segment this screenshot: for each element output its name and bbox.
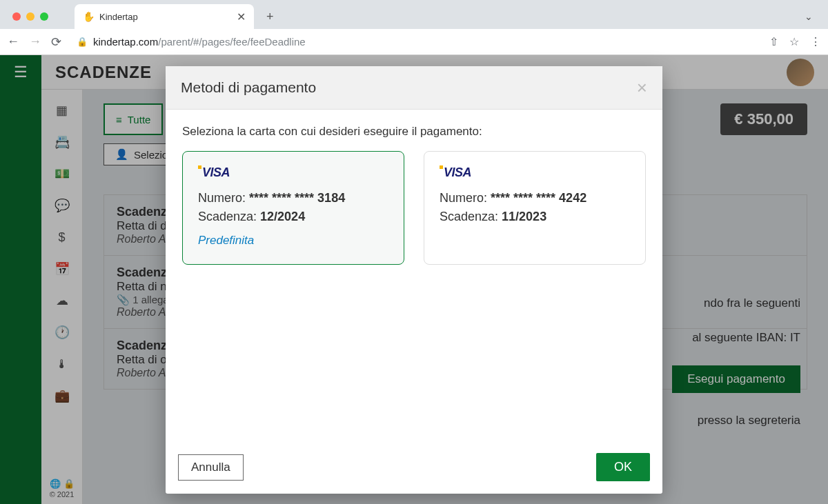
url-domain: kindertap.com (93, 36, 158, 48)
payment-card-2[interactable]: VISA Numero: **** **** **** 4242 Scadenz… (424, 151, 646, 265)
modal-footer: Annulla OK (166, 443, 662, 494)
star-icon[interactable]: ☆ (789, 35, 799, 48)
window-minimize-dot[interactable] (26, 12, 34, 21)
default-label: Predefinita (198, 234, 388, 248)
card-number-row: Numero: **** **** **** 4242 (440, 191, 630, 205)
cards-container: VISA Numero: **** **** **** 3184 Scadenz… (182, 151, 646, 265)
tab-title: Kindertap (99, 12, 231, 22)
tab-close-icon[interactable]: ✕ (237, 10, 246, 23)
nav-right: ⇧ ☆ ⋮ (769, 35, 821, 48)
tabs-chevron-icon[interactable]: ⌄ (796, 11, 821, 22)
tab-favicon-icon: ✋ (83, 11, 94, 22)
reload-icon[interactable]: ⟳ (51, 34, 61, 50)
payment-methods-modal: Metodi di pagamento × Seleziona la carta… (166, 66, 662, 494)
card-number-row: Numero: **** **** **** 3184 (198, 191, 388, 205)
new-tab-button[interactable]: + (259, 10, 281, 24)
tab-bar: ✋ Kindertap ✕ + ⌄ (0, 0, 828, 29)
url-path: /parent/#/pages/fee/feeDeadline (158, 36, 306, 48)
app: ☰ SCADENZE ▦ 📇 💵 💬 $ 📅 ☁ 🕐 🌡 💼 🌐 🔒 © 202… (0, 55, 828, 504)
visa-logo-icon: VISA (440, 165, 630, 180)
browser-chrome: ✋ Kindertap ✕ + ⌄ ← → ⟳ 🔒 kindertap.com/… (0, 0, 828, 55)
menu-dots-icon[interactable]: ⋮ (810, 35, 821, 48)
browser-tab[interactable]: ✋ Kindertap ✕ (75, 4, 254, 29)
modal-title: Metodi di pagamento (181, 79, 316, 96)
payment-card-1[interactable]: VISA Numero: **** **** **** 3184 Scadenz… (182, 151, 404, 265)
back-icon[interactable]: ← (7, 34, 19, 49)
modal-body: Seleziona la carta con cui desideri eseg… (166, 110, 662, 443)
window-maximize-dot[interactable] (40, 12, 48, 21)
modal-close-icon[interactable]: × (637, 79, 647, 97)
card-expiry-row: Scadenza: 11/2023 (440, 210, 630, 224)
modal-prompt: Seleziona la carta con cui desideri eseg… (182, 125, 646, 139)
ok-button[interactable]: OK (596, 453, 650, 481)
lock-icon: 🔒 (77, 37, 88, 47)
share-icon[interactable]: ⇧ (769, 35, 778, 48)
window-close-dot[interactable] (12, 12, 21, 21)
nav-bar: ← → ⟳ 🔒 kindertap.com/parent/#/pages/fee… (0, 29, 828, 55)
modal-header: Metodi di pagamento × (166, 66, 662, 110)
modal-backdrop: Metodi di pagamento × Seleziona la carta… (0, 55, 828, 504)
cancel-button[interactable]: Annulla (178, 454, 244, 481)
visa-logo-icon: VISA (198, 165, 388, 180)
url-bar[interactable]: 🔒 kindertap.com/parent/#/pages/fee/feeDe… (71, 36, 760, 48)
window-controls (7, 12, 48, 21)
forward-icon: → (29, 34, 41, 49)
card-expiry-row: Scadenza: 12/2024 (198, 210, 388, 224)
